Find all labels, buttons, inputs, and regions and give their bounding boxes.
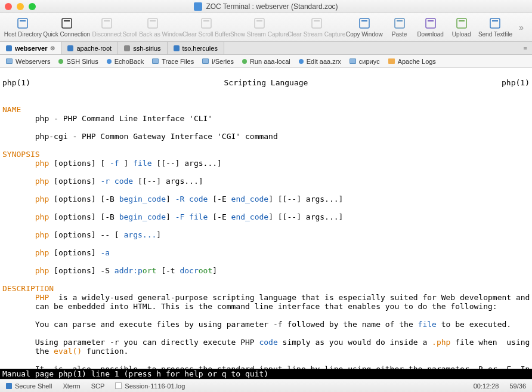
tab-label: tso.hercules — [183, 45, 218, 52]
address-book-icon — [16, 17, 29, 30]
bookmark-edit-aaa.zrx[interactable]: Edit aaa.zrx — [299, 58, 341, 65]
app-icon — [194, 2, 202, 11]
tab-close-button[interactable]: ⊗ — [50, 45, 55, 51]
toolbar-label: Download — [417, 31, 443, 38]
tab-icon — [67, 45, 73, 51]
status-cursor-pos: 59/36 — [509, 382, 526, 390]
session-tabs: webserver⊗apache-rootssh-siriustso.hercu… — [0, 42, 532, 55]
name-line-2: php-cgi - PHP Common Gateway Interface '… — [2, 132, 278, 141]
bookmark-сириус[interactable]: сириус — [349, 58, 380, 65]
svg-rect-13 — [314, 20, 320, 21]
terminal-output[interactable]: php(1)Scripting Languagephp(1) NAME php … — [0, 68, 532, 369]
toolbar-scroll-window-button: Scroll Back as Window — [124, 16, 182, 39]
folder-icon — [349, 58, 356, 64]
toolbar-paste-button[interactable]: Paste — [385, 16, 415, 39]
window-title: ZOC Terminal : webserver (Standard.zoc) — [206, 2, 338, 11]
bookmark-trace-files[interactable]: Trace Files — [152, 58, 194, 65]
disconnect-icon — [100, 17, 113, 30]
toolbar-label: Scroll Back as Window — [122, 31, 183, 38]
clear-capture-icon — [310, 17, 323, 30]
window-titlebar: ZOC Terminal : webserver (Standard.zoc) — [0, 0, 532, 13]
show-capture-icon — [253, 17, 266, 30]
svg-rect-15 — [361, 20, 367, 21]
svg-rect-20 — [457, 18, 466, 28]
download-icon — [424, 17, 437, 30]
svg-rect-9 — [203, 20, 209, 21]
status-log: Session-1116-01.log — [115, 382, 185, 390]
bookmark-label: Webservers — [16, 58, 50, 65]
man-header-center: Scripting Language — [30, 78, 502, 87]
bookmark-apache-logs[interactable]: Apache Logs — [388, 58, 436, 65]
svg-rect-8 — [202, 18, 211, 28]
toolbar-label: Show Stream Capture — [230, 31, 289, 38]
bookmark-echoback[interactable]: EchoBack — [107, 58, 144, 65]
scroll-window-icon — [146, 17, 159, 30]
tab-icon — [174, 45, 180, 51]
tab-icon — [124, 45, 130, 51]
toolbar-send-text-button[interactable]: Send Textfile — [478, 16, 514, 39]
toolbar-address-book-button[interactable]: Host Directory — [4, 16, 42, 39]
blue-icon — [299, 59, 304, 64]
status-bar: Secure Shell Xterm SCP Session-1116-01.l… — [0, 379, 532, 392]
tab-tso.hercules[interactable]: tso.hercules — [168, 42, 224, 54]
toolbar-disconnect-button: Disconnect — [91, 16, 123, 39]
svg-rect-19 — [428, 20, 434, 21]
blue-icon — [107, 59, 112, 64]
bookmark-label: EchoBack — [115, 58, 144, 65]
log-checkbox[interactable] — [115, 382, 122, 389]
connection-icon — [6, 383, 12, 389]
tab-webserver[interactable]: webserver⊗ — [0, 42, 61, 54]
status-protocol: SCP — [91, 382, 105, 390]
bookmark-label: сириус — [359, 58, 380, 65]
toolbar-label: Disconnect — [92, 31, 122, 38]
folder-icon — [6, 58, 13, 64]
close-window-button[interactable] — [5, 3, 12, 10]
tab-ssh-sirius[interactable]: ssh-sirius — [118, 42, 167, 54]
svg-rect-17 — [397, 20, 403, 21]
status-terminal-type: Xterm — [63, 382, 80, 390]
traffic-lights — [0, 3, 36, 10]
svg-rect-16 — [395, 18, 404, 28]
man-header-right: php(1) — [502, 78, 530, 87]
svg-rect-22 — [490, 18, 500, 28]
folder-icon — [202, 58, 209, 64]
svg-rect-23 — [492, 20, 498, 21]
svg-rect-7 — [150, 20, 156, 21]
svg-rect-21 — [459, 20, 465, 21]
bookmark-label: Run aaa-local — [250, 58, 290, 65]
minimize-window-button[interactable] — [17, 3, 24, 10]
svg-rect-18 — [426, 18, 435, 28]
maximize-window-button[interactable] — [29, 3, 36, 10]
svg-rect-2 — [62, 18, 72, 28]
terminal-icon — [60, 17, 73, 30]
svg-rect-5 — [104, 20, 110, 21]
clear-scroll-icon — [200, 17, 213, 30]
toolbar-upload-button[interactable]: Upload — [447, 16, 477, 39]
tab-apache-root[interactable]: apache-root — [61, 42, 118, 54]
tabs-config-button[interactable]: ≡ — [519, 42, 532, 54]
toolbar-label: Quick Connection — [43, 31, 90, 38]
toolbar-terminal-button[interactable]: Quick Connection — [44, 16, 90, 39]
status-time: 00:12:28 — [474, 382, 499, 390]
bookmark-webservers[interactable]: Webservers — [6, 58, 50, 65]
bookmark-i/series[interactable]: i/Series — [202, 58, 234, 65]
send-text-icon — [488, 17, 502, 30]
section-name: NAME — [2, 105, 21, 114]
bookmark-run-aaa-local[interactable]: Run aaa-local — [242, 58, 290, 65]
pager-status-line: Manual page php(1) line 1 (press h for h… — [0, 369, 532, 379]
toolbar-label: Send Textfile — [478, 31, 512, 38]
bookmark-label: SSH Sirius — [66, 58, 98, 65]
toolbar-copy-button[interactable]: Copy Window — [345, 16, 383, 39]
man-header-left: php(1) — [2, 78, 30, 87]
bookmark-ssh-sirius[interactable]: SSH Sirius — [58, 58, 98, 65]
tab-label: apache-root — [76, 45, 112, 52]
bookmark-label: i/Series — [212, 58, 234, 65]
toolbar-overflow-button[interactable]: » — [514, 23, 528, 32]
bookmark-label: Trace Files — [162, 58, 194, 65]
toolbar-download-button[interactable]: Download — [416, 16, 446, 39]
toolbar-label: Paste — [392, 31, 407, 38]
section-description: DESCRIPTION — [2, 284, 54, 293]
toolbar-label: Clear Scroll Buffer — [183, 31, 231, 38]
tab-label: ssh-sirius — [133, 45, 160, 52]
svg-rect-6 — [148, 18, 157, 28]
